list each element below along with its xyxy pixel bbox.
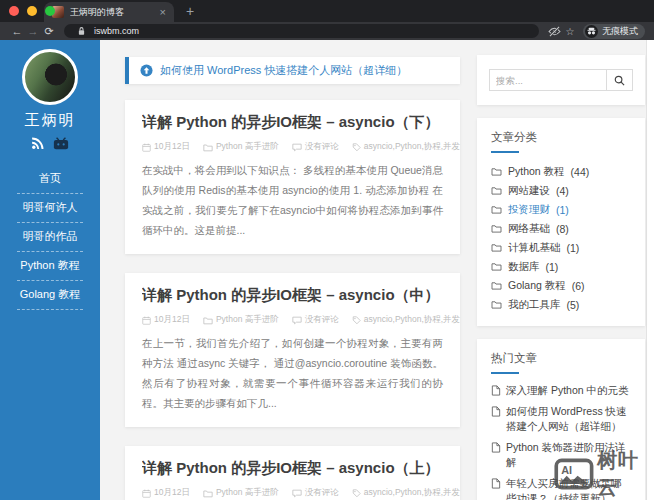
blog-page: 王炳明 首页 明哥何许人 明哥的作品 Python 教程 Golang 教程 xyxy=(0,40,654,500)
back-icon[interactable]: ← xyxy=(9,25,25,37)
browser-tab[interactable]: 王炳明的博客 × xyxy=(44,2,174,22)
title-underline xyxy=(491,151,519,153)
calendar-icon xyxy=(142,143,151,152)
sidebar-item-golang[interactable]: Golang 教程 xyxy=(17,281,83,310)
post-category-link[interactable]: Python 高手进阶 xyxy=(203,141,279,153)
folder-icon xyxy=(491,186,502,195)
tab-close-icon[interactable]: × xyxy=(160,7,166,18)
watermark: AI 树叶云 xyxy=(554,447,654,500)
sidebar-item-works[interactable]: 明哥的作品 xyxy=(17,223,83,252)
incognito-label: 无痕模式 xyxy=(602,25,638,38)
category-item-invest[interactable]: 投资理财(1) xyxy=(491,200,631,219)
folder-icon xyxy=(203,143,213,152)
folder-icon xyxy=(491,243,502,252)
folder-icon xyxy=(491,224,502,233)
window-controls xyxy=(9,6,55,16)
sidebar-item-python[interactable]: Python 教程 xyxy=(17,252,83,281)
left-sidebar: 王炳明 首页 明哥何许人 明哥的作品 Python 教程 Golang 教程 xyxy=(0,40,100,500)
category-item-golang[interactable]: Golang 教程(6) xyxy=(491,276,631,295)
post-title-link[interactable]: 详解 Python 的异步IO框架 – asyncio（下） xyxy=(142,113,443,132)
folder-icon xyxy=(203,489,213,498)
post-meta: 10月12日 Python 高手进阶 没有评论 asyncio,Python,协… xyxy=(142,314,443,326)
new-tab-button[interactable]: + xyxy=(186,3,194,19)
watermark-text: 树叶云 xyxy=(597,447,654,500)
ai-image-icon: AI xyxy=(554,455,594,493)
bilibili-icon[interactable] xyxy=(53,136,69,154)
calendar-icon xyxy=(142,316,151,325)
arrow-up-circle-icon xyxy=(140,64,153,77)
forward-icon[interactable]: → xyxy=(25,25,41,37)
post-comments-link[interactable]: 没有评论 xyxy=(292,487,339,499)
tags-icon xyxy=(352,316,361,325)
eye-slash-icon[interactable] xyxy=(546,26,562,37)
post-title-link[interactable]: 详解 Python 的异步IO框架 – asyncio（上） xyxy=(142,459,443,478)
incognito-badge[interactable]: 无痕模式 xyxy=(583,24,645,39)
post-date: 10月12日 xyxy=(142,487,190,499)
post-tags-link[interactable]: asyncio,Python,协程,并发 xyxy=(352,487,460,499)
comment-icon xyxy=(292,316,302,325)
post-comments-link[interactable]: 没有评论 xyxy=(292,141,339,153)
folder-icon xyxy=(203,316,213,325)
folder-icon xyxy=(491,262,502,271)
lock-icon xyxy=(73,26,89,36)
search-button[interactable] xyxy=(606,69,633,91)
hot-article-link[interactable]: 如何使用 WordPress 快速搭建个人网站（超详细） xyxy=(491,404,631,435)
post-tags-link[interactable]: asyncio,Python,协程,并发 xyxy=(352,141,460,153)
category-item-cs-basics[interactable]: 计算机基础(1) xyxy=(491,238,631,257)
search-widget xyxy=(477,55,645,105)
pinned-notice[interactable]: 如何使用 WordPress 快速搭建个人网站（超详细） xyxy=(125,57,460,84)
category-item-database[interactable]: 数据库(1) xyxy=(491,257,631,276)
reload-icon[interactable]: ⟳ xyxy=(41,25,57,38)
tab-strip: 王炳明的博客 × + xyxy=(0,0,654,22)
incognito-icon xyxy=(585,25,598,38)
sidebar-item-about[interactable]: 明哥何许人 xyxy=(17,194,83,223)
title-underline xyxy=(491,372,519,374)
search-input[interactable] xyxy=(489,69,606,91)
category-list: Python 教程(44) 网站建设(4) 投资理财(1) 网络基础(8) xyxy=(477,162,645,326)
post-tags-link[interactable]: asyncio,Python,协程,并发 xyxy=(352,314,460,326)
profile-name: 王炳明 xyxy=(0,111,100,130)
minimize-window-button[interactable] xyxy=(27,6,37,16)
tags-icon xyxy=(352,143,361,152)
calendar-icon xyxy=(142,489,151,498)
folder-icon xyxy=(491,281,502,290)
bookmark-star-icon[interactable]: ☆ xyxy=(562,26,578,37)
post-card: 详解 Python 的异步IO框架 – asyncio（上） 10月12日 Py… xyxy=(125,446,460,500)
post-comments-link[interactable]: 没有评论 xyxy=(292,314,339,326)
categories-title: 文章分类 xyxy=(477,118,645,145)
browser-toolbar: ← → ⟳ iswbm.com ☆ 无痕模式 xyxy=(0,22,654,40)
post-meta: 10月12日 Python 高手进阶 没有评论 asyncio,Python,协… xyxy=(142,487,443,499)
categories-widget: 文章分类 Python 教程(44) 网站建设(4) 投资理财(1) xyxy=(477,118,645,326)
sidebar-nav: 首页 明哥何许人 明哥的作品 Python 教程 Golang 教程 xyxy=(17,165,83,310)
post-card: 详解 Python 的异步IO框架 – asyncio（中） 10月12日 Py… xyxy=(125,273,460,427)
post-date: 10月12日 xyxy=(142,314,190,326)
zoom-window-button[interactable] xyxy=(45,6,55,16)
category-item-network[interactable]: 网络基础(8) xyxy=(491,219,631,238)
search-icon xyxy=(614,75,625,86)
close-window-button[interactable] xyxy=(9,6,19,16)
post-title-link[interactable]: 详解 Python 的异步IO框架 – asyncio（中） xyxy=(142,286,443,305)
comment-icon xyxy=(292,143,302,152)
tags-icon xyxy=(352,489,361,498)
right-sidebar: 文章分类 Python 教程(44) 网站建设(4) 投资理财(1) xyxy=(477,55,645,500)
avatar xyxy=(22,49,78,105)
post-category-link[interactable]: Python 高手进阶 xyxy=(203,487,279,499)
address-bar[interactable]: iswbm.com xyxy=(64,24,539,38)
folder-icon xyxy=(491,205,502,214)
hot-article-link[interactable]: 深入理解 Python 中的元类 xyxy=(491,383,631,399)
document-icon xyxy=(491,406,501,417)
category-item-python[interactable]: Python 教程(44) xyxy=(491,162,631,181)
post-card: 详解 Python 的异步IO框架 – asyncio（下） 10月12日 Py… xyxy=(125,100,460,254)
sidebar-item-home[interactable]: 首页 xyxy=(17,165,83,194)
tab-title: 王炳明的博客 xyxy=(70,6,154,19)
post-category-link[interactable]: Python 高手进阶 xyxy=(203,314,279,326)
post-meta: 10月12日 Python 高手进阶 没有评论 asyncio,Python,协… xyxy=(142,141,443,153)
post-excerpt: 在上一节，我们首先介绍了，如何创建一个协程对象，主要有两种方法 通过async … xyxy=(142,333,443,413)
category-item-website[interactable]: 网站建设(4) xyxy=(491,181,631,200)
rss-icon[interactable] xyxy=(31,136,44,154)
folder-icon xyxy=(491,167,502,176)
post-excerpt: 在实战中，将会用到以下知识点： 多线程的基本使用 Queue消息队列的使用 Re… xyxy=(142,160,443,240)
notice-link[interactable]: 如何使用 WordPress 快速搭建个人网站（超详细） xyxy=(160,63,407,78)
main-column: 如何使用 WordPress 快速搭建个人网站（超详细） 详解 Python 的… xyxy=(125,57,460,500)
category-item-toolbox[interactable]: 我的工具库(5) xyxy=(491,295,631,314)
